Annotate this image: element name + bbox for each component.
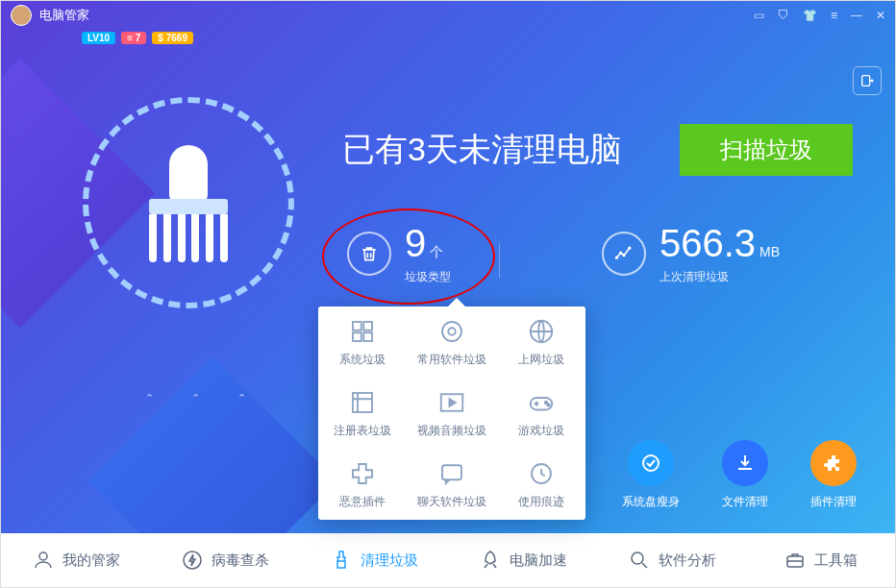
brush-icon (330, 549, 353, 572)
chart-icon (602, 232, 646, 276)
titlebar-controls: ▭ ⛉ 👕 ≡ — ✕ (754, 9, 885, 22)
svg-point-9 (442, 322, 461, 341)
phone-icon[interactable]: ▭ (754, 9, 764, 22)
svg-point-21 (184, 551, 201, 569)
shield-icon[interactable]: ⛉ (778, 9, 789, 22)
svg-point-20 (39, 552, 47, 560)
svg-point-19 (643, 455, 659, 471)
toolbox-icon (784, 549, 807, 572)
svg-rect-7 (353, 332, 361, 341)
popup-item-system[interactable]: 系统垃圾 (318, 306, 408, 378)
login-chip[interactable] (853, 66, 882, 95)
level-badge[interactable]: LV10 (82, 32, 115, 44)
shortcut-slim[interactable]: 系统盘瘦身 (622, 440, 680, 510)
stat-size-unit: MB (759, 244, 780, 259)
svg-rect-5 (353, 322, 361, 331)
coin-badge[interactable]: $ 7669 (152, 32, 193, 44)
trash-type-popup: 系统垃圾 常用软件垃圾 上网垃圾 注册表垃圾 视频音频垃圾 游戏垃圾 恶意插件 … (318, 306, 585, 520)
nav-toolbox[interactable]: 工具箱 (746, 549, 895, 572)
popup-item-registry[interactable]: 注册表垃圾 (318, 378, 408, 449)
svg-rect-17 (442, 465, 461, 479)
scan-button[interactable]: 扫描垃圾 (680, 124, 853, 176)
bolt-icon (181, 549, 204, 572)
svg-point-4 (629, 247, 631, 249)
headline-text: 已有3天未清理电脑 (342, 128, 622, 172)
rocket-icon (479, 549, 502, 572)
user-avatar[interactable] (11, 5, 32, 26)
disk-icon (639, 452, 662, 475)
svg-rect-0 (862, 76, 870, 86)
puzzle-icon (822, 452, 845, 475)
magnify-icon (628, 549, 651, 572)
app-window: ⌃ ⌃ ⌃ 电脑管家 ▭ ⛉ 👕 ≡ — ✕ LV10 ≡ 7 $ 7669 已… (0, 0, 896, 588)
login-icon (859, 73, 875, 88)
titlebar: 电脑管家 ▭ ⛉ 👕 ≡ — ✕ (1, 1, 895, 30)
stat-size-label: 上次清理垃圾 (660, 269, 780, 285)
shortcut-row: 系统盘瘦身 文件清理 插件清理 (622, 440, 857, 510)
popup-item-media[interactable]: 视频音频垃圾 (408, 378, 497, 449)
user-badges: LV10 ≡ 7 $ 7669 (82, 32, 193, 44)
shortcut-files[interactable]: 文件清理 (722, 440, 768, 510)
person-icon (32, 549, 55, 572)
popup-item-web[interactable]: 上网垃圾 (496, 306, 585, 378)
svg-rect-12 (353, 393, 372, 412)
svg-point-10 (448, 328, 456, 335)
bottom-nav: 我的管家 病毒查杀 清理垃圾 电脑加速 软件分析 工具箱 (1, 533, 895, 587)
app-title: 电脑管家 (39, 7, 89, 24)
popup-item-plugin[interactable]: 恶意插件 (318, 449, 408, 520)
annotation-circle-stat (322, 208, 495, 305)
hero-brush (83, 97, 294, 308)
scan-button-label: 扫描垃圾 (720, 135, 812, 165)
shortcut-plugin[interactable]: 插件清理 (810, 440, 857, 510)
svg-point-16 (547, 404, 550, 406)
stat-size-value: 566.3 (660, 222, 756, 264)
popup-item-chat[interactable]: 聊天软件垃圾 (408, 449, 497, 520)
svg-point-22 (632, 552, 643, 564)
nav-clean[interactable]: 清理垃圾 (299, 549, 448, 572)
popup-item-game[interactable]: 游戏垃圾 (496, 378, 585, 449)
stat-last-clean[interactable]: 566.3MB 上次清理垃圾 (602, 222, 780, 285)
skin-icon[interactable]: 👕 (803, 9, 817, 22)
popup-item-traces[interactable]: 使用痕迹 (496, 449, 585, 520)
svg-rect-8 (364, 332, 373, 341)
menu-icon[interactable]: ≡ (831, 9, 837, 22)
svg-point-1 (616, 257, 618, 258)
nav-speedup[interactable]: 电脑加速 (448, 549, 597, 572)
nav-home[interactable]: 我的管家 (1, 549, 150, 572)
svg-point-3 (623, 255, 625, 257)
popup-item-software[interactable]: 常用软件垃圾 (408, 306, 497, 378)
nav-software[interactable]: 软件分析 (597, 549, 746, 572)
svg-rect-6 (364, 322, 373, 331)
minimize-icon[interactable]: — (851, 9, 862, 22)
close-icon[interactable]: ✕ (876, 9, 885, 22)
msg-badge[interactable]: ≡ 7 (121, 32, 146, 44)
svg-point-15 (544, 401, 547, 404)
download-icon (734, 452, 757, 475)
nav-antivirus[interactable]: 病毒查杀 (150, 549, 299, 572)
stat-divider (499, 243, 500, 278)
decorative-birds: ⌃ ⌃ ⌃ (145, 392, 263, 404)
svg-point-2 (620, 252, 622, 254)
